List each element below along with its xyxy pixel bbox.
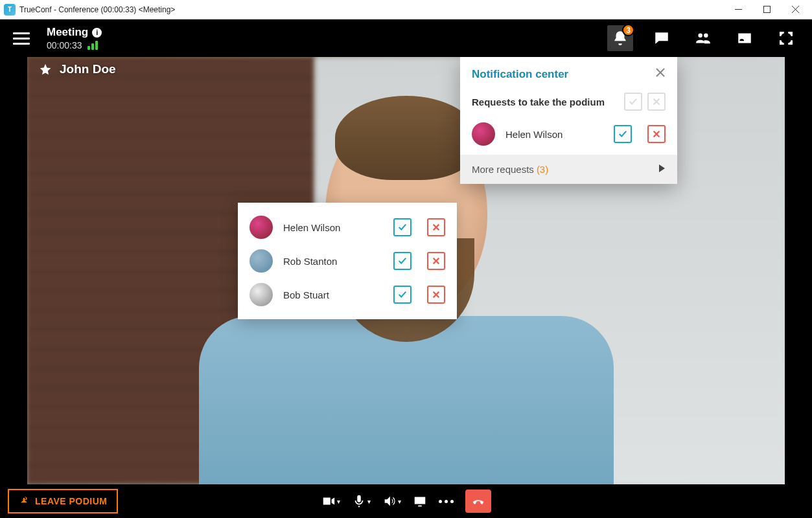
- more-requests-button[interactable]: More requests (3): [460, 155, 677, 184]
- accept-button[interactable]: [393, 218, 412, 236]
- request-row: Helen Wilson: [460, 117, 677, 155]
- request-row: Rob Stanton: [238, 244, 457, 278]
- meeting-title: Meeting: [47, 26, 88, 39]
- avatar: [472, 122, 495, 146]
- info-icon[interactable]: i: [92, 28, 102, 38]
- request-row: Bob Stuart: [238, 278, 457, 311]
- dots-icon: [439, 500, 454, 503]
- camera-button[interactable]: ▾: [321, 494, 340, 508]
- video-area: John Doe Helen Wilson Rob Stanton Bob St…: [0, 57, 812, 484]
- window-title: TrueConf - Conference (00:00:33) <Meetin…: [19, 5, 724, 14]
- accept-button[interactable]: [614, 125, 632, 143]
- accept-button[interactable]: [393, 252, 412, 270]
- decline-button[interactable]: [427, 286, 445, 304]
- chevron-right-icon: [658, 164, 666, 175]
- chevron-down-icon: ▾: [337, 498, 340, 505]
- microphone-button[interactable]: ▾: [352, 494, 371, 508]
- close-icon[interactable]: [655, 67, 666, 81]
- notifications-button[interactable]: 3: [607, 25, 633, 51]
- participants-button[interactable]: [690, 25, 716, 51]
- request-name: Rob Stanton: [283, 256, 383, 267]
- notification-center-title: Notification center: [472, 68, 568, 81]
- request-row: Helen Wilson: [238, 210, 457, 244]
- leave-icon: [18, 495, 30, 507]
- top-bar: Meeting i 00:00:33 3: [0, 19, 812, 57]
- meeting-timer: 00:00:33: [47, 40, 82, 51]
- avatar: [249, 216, 273, 239]
- avatar: [249, 283, 273, 306]
- speaker-button[interactable]: ▾: [382, 494, 401, 508]
- share-screen-button[interactable]: [413, 494, 427, 508]
- notification-badge: 3: [622, 24, 634, 36]
- svg-rect-1: [763, 6, 770, 13]
- leave-podium-button[interactable]: LEAVE PODIUM: [8, 489, 118, 513]
- decline-all-button[interactable]: [647, 93, 666, 111]
- fullscreen-button[interactable]: [773, 25, 799, 51]
- chat-button[interactable]: [649, 25, 675, 51]
- notification-section-title: Requests to take the podium: [472, 96, 605, 107]
- bottom-bar: LEAVE PODIUM ▾ ▾ ▾: [0, 484, 812, 518]
- notification-center-panel: Notification center Requests to take the…: [460, 57, 677, 184]
- request-name: Bob Stuart: [283, 289, 383, 300]
- signal-icon: [87, 41, 98, 50]
- center-controls: ▾ ▾ ▾: [321, 490, 491, 513]
- window-maximize-button[interactable]: [752, 1, 781, 19]
- meeting-info: Meeting i 00:00:33: [47, 26, 102, 51]
- window-titlebar: T TrueConf - Conference (00:00:33) <Meet…: [0, 0, 812, 19]
- menu-button[interactable]: [13, 27, 36, 50]
- star-icon: [39, 63, 52, 76]
- more-requests-label: More requests: [472, 164, 534, 175]
- app-icon: T: [4, 4, 16, 16]
- more-options-button[interactable]: [439, 500, 454, 503]
- decline-button[interactable]: [647, 125, 666, 143]
- request-name: Helen Wilson: [505, 129, 603, 140]
- window-close-button[interactable]: [781, 1, 809, 19]
- chevron-down-icon: ▾: [367, 498, 371, 505]
- decline-button[interactable]: [427, 218, 445, 236]
- more-requests-count: (3): [537, 164, 548, 175]
- requests-popup: Helen Wilson Rob Stanton Bob Stuart: [238, 203, 457, 319]
- svg-marker-16: [659, 164, 665, 172]
- avatar: [249, 249, 273, 273]
- contact-card-button[interactable]: [732, 25, 758, 51]
- participant-name: John Doe: [60, 62, 116, 76]
- decline-button[interactable]: [427, 252, 445, 270]
- window-minimize-button[interactable]: [724, 1, 752, 19]
- accept-all-button[interactable]: [624, 93, 642, 111]
- participant-overlay: John Doe: [39, 62, 116, 76]
- chevron-down-icon: ▾: [398, 498, 401, 505]
- request-name: Helen Wilson: [283, 222, 383, 233]
- leave-podium-label: LEAVE PODIUM: [35, 496, 108, 506]
- hangup-button[interactable]: [465, 490, 491, 513]
- accept-button[interactable]: [393, 286, 412, 304]
